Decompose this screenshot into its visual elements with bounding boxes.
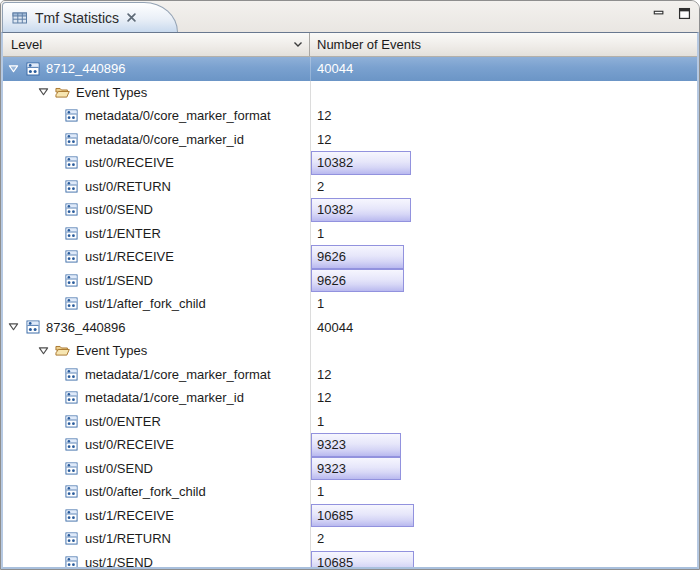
tree-row-label: metadata/1/core_marker_id xyxy=(85,390,244,405)
tree-row-value: 10382 xyxy=(311,202,353,217)
tree-row[interactable]: ust/0/ENTER 1 xyxy=(3,410,697,434)
tree-row-value: 1 xyxy=(311,296,324,311)
tree-row[interactable]: metadata/1/core_marker_format 12 xyxy=(3,363,697,387)
column-header-number-of-events[interactable]: Number of Events xyxy=(310,33,697,56)
tree-row-label: metadata/1/core_marker_format xyxy=(85,367,271,382)
tree-row-level-cell: ust/1/RECEIVE xyxy=(3,504,310,528)
tree-row-value-cell: 10685 xyxy=(310,551,697,568)
tree-row-label: ust/0/RETURN xyxy=(85,179,171,194)
expander-collapse-icon[interactable] xyxy=(37,86,50,99)
event-type-icon xyxy=(64,108,79,123)
tree-row[interactable]: ust/1/RECEIVE 10685 xyxy=(3,504,697,528)
tree-row-value-cell: 9626 xyxy=(310,269,697,293)
tree-row-value: 1 xyxy=(311,414,324,429)
tree-row-level-cell: metadata/1/core_marker_format xyxy=(3,363,310,387)
tree-row-level-cell: ust/1/ENTER xyxy=(3,222,310,246)
tree-row-value-cell: 40044 xyxy=(310,57,697,81)
column-header-level[interactable]: Level xyxy=(3,33,310,56)
maximize-icon[interactable] xyxy=(676,6,692,20)
minimize-icon[interactable] xyxy=(651,6,667,20)
tree-row[interactable]: ust/1/SEND 9626 xyxy=(3,269,697,293)
tree-row[interactable]: ust/0/RECEIVE 9323 xyxy=(3,433,697,457)
close-icon[interactable] xyxy=(126,12,137,23)
tree-row-value-cell xyxy=(310,81,697,105)
tree-row[interactable]: ust/0/RECEIVE 10382 xyxy=(3,151,697,175)
tree-row[interactable]: ust/0/after_fork_child 1 xyxy=(3,480,697,504)
event-type-icon xyxy=(64,226,79,241)
tree-row-level-cell: metadata/0/core_marker_id xyxy=(3,128,310,152)
tree-row-level-cell: ust/1/RECEIVE xyxy=(3,245,310,269)
tree-row[interactable]: metadata/0/core_marker_format 12 xyxy=(3,104,697,128)
tab-title: Tmf Statistics xyxy=(35,10,119,26)
tree-row-level-cell: ust/0/after_fork_child xyxy=(3,480,310,504)
tree-row[interactable]: metadata/1/core_marker_id 12 xyxy=(3,386,697,410)
event-type-icon xyxy=(64,367,79,382)
tree-row-value-cell: 12 xyxy=(310,386,697,410)
tree-row-label: 8712_440896 xyxy=(46,61,126,76)
tree-row-value-cell: 9626 xyxy=(310,245,697,269)
tree-row-value: 1 xyxy=(311,484,324,499)
tree-row[interactable]: ust/0/SEND 9323 xyxy=(3,457,697,481)
tree-row[interactable]: ust/1/after_fork_child 1 xyxy=(3,292,697,316)
table-header: Level Number of Events xyxy=(3,33,697,57)
event-type-icon xyxy=(64,484,79,499)
trace-icon xyxy=(25,61,40,76)
tree-row-label: ust/1/SEND xyxy=(85,273,153,288)
expander-collapse-icon[interactable] xyxy=(7,321,20,334)
tree-row-label: ust/1/SEND xyxy=(85,555,153,567)
tree-row-value-cell: 12 xyxy=(310,104,697,128)
tree-row-value-cell: 2 xyxy=(310,175,697,199)
event-type-icon xyxy=(64,437,79,452)
tree-row[interactable]: ust/0/RETURN 2 xyxy=(3,175,697,199)
chevron-down-icon[interactable] xyxy=(293,41,303,48)
tree-row-value: 12 xyxy=(311,367,331,382)
tab-tmf-statistics[interactable]: Tmf Statistics xyxy=(2,2,178,32)
tree-row[interactable]: Event Types xyxy=(3,81,697,105)
tree-row-level-cell: Event Types xyxy=(3,339,310,363)
tree-row[interactable]: ust/1/SEND 10685 xyxy=(3,551,697,568)
tree-row-label: ust/0/after_fork_child xyxy=(85,484,206,499)
statistics-table-icon xyxy=(12,11,28,25)
tree-row-label: ust/1/RETURN xyxy=(85,531,171,546)
tree-row-level-cell: ust/0/SEND xyxy=(3,198,310,222)
event-type-icon xyxy=(64,531,79,546)
event-type-icon xyxy=(64,155,79,170)
tree-row-level-cell: 8736_440896 xyxy=(3,316,310,340)
expander-collapse-icon[interactable] xyxy=(37,344,50,357)
tree-row-label: Event Types xyxy=(76,343,147,358)
tree-row-level-cell: ust/0/ENTER xyxy=(3,410,310,434)
tree-row-label: ust/0/SEND xyxy=(85,461,153,476)
tree-row[interactable]: ust/1/RETURN 2 xyxy=(3,527,697,551)
tree-row[interactable]: 8712_440896 40044 xyxy=(3,57,697,81)
tree-row-label: 8736_440896 xyxy=(46,320,126,335)
expander-collapse-icon[interactable] xyxy=(7,62,20,75)
tree-row[interactable]: metadata/0/core_marker_id 12 xyxy=(3,128,697,152)
tree-row-label: metadata/0/core_marker_format xyxy=(85,108,271,123)
event-type-icon xyxy=(64,414,79,429)
tree-row[interactable]: ust/1/ENTER 1 xyxy=(3,222,697,246)
tree-row-level-cell: 8712_440896 xyxy=(3,57,310,81)
tree-row-value: 10685 xyxy=(311,508,353,523)
tree-row[interactable]: ust/0/SEND 10382 xyxy=(3,198,697,222)
tree-row-level-cell: Event Types xyxy=(3,81,310,105)
tree-row-level-cell: ust/0/RECEIVE xyxy=(3,433,310,457)
folder-open-icon xyxy=(55,85,70,100)
tree-row-level-cell: ust/0/RETURN xyxy=(3,175,310,199)
tree-row-label: ust/0/RECEIVE xyxy=(85,437,174,452)
tree-row-value: 9626 xyxy=(311,249,346,264)
column-header-level-label: Level xyxy=(11,37,42,52)
tree-row[interactable]: ust/1/RECEIVE 9626 xyxy=(3,245,697,269)
tree-row-value: 12 xyxy=(311,132,331,147)
tree-row-value: 1 xyxy=(311,226,324,241)
tree-row-value: 40044 xyxy=(311,61,353,76)
tree-row-value-cell: 1 xyxy=(310,480,697,504)
tree-row-level-cell: metadata/0/core_marker_format xyxy=(3,104,310,128)
tree-row-level-cell: ust/1/SEND xyxy=(3,551,310,568)
event-type-icon xyxy=(64,202,79,217)
event-type-icon xyxy=(64,390,79,405)
tree-row[interactable]: 8736_440896 40044 xyxy=(3,316,697,340)
tree-row-level-cell: ust/0/SEND xyxy=(3,457,310,481)
tree-row-value: 9323 xyxy=(311,437,346,452)
tree-row[interactable]: Event Types xyxy=(3,339,697,363)
tree-row-value-cell: 9323 xyxy=(310,433,697,457)
